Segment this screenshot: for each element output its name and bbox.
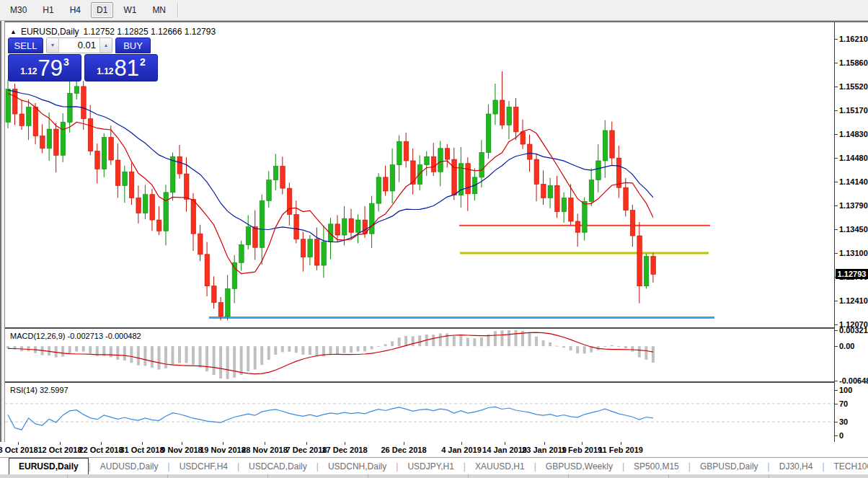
chart-tab-usdjpy[interactable]: USDJPY,H1 (398, 458, 463, 474)
macd-bar (583, 346, 586, 353)
candle (630, 211, 635, 236)
chart-tab-tech100[interactable]: TECH100,H1 (825, 458, 868, 474)
candle (88, 119, 92, 151)
chart-tab-gbpusd[interactable]: GBPUSD,Daily (691, 458, 768, 474)
macd-bar (638, 346, 641, 357)
sell-price-main: 79 (38, 58, 63, 79)
volume-input[interactable]: 0.01 (59, 38, 99, 53)
candle (528, 144, 533, 159)
date-tick (582, 442, 583, 445)
buy-button[interactable]: BUY (115, 37, 151, 53)
strip-mark (468, 474, 469, 478)
price-axis[interactable]: 1.162101.158601.155201.151701.148301.144… (834, 22, 868, 442)
macd-axis-tick (835, 381, 838, 381)
macd-bar (514, 330, 517, 346)
candle (246, 227, 251, 245)
price-tick-label: 1.13790 (839, 201, 868, 210)
candle (376, 177, 381, 203)
chart-tab-usdcad[interactable]: USDCAD,Daily (239, 458, 316, 474)
macd-bar (27, 346, 30, 351)
sell-price-box[interactable]: 1.12 79 3 (8, 54, 81, 81)
date-tick (101, 442, 102, 445)
chart-tab-audusd[interactable]: AUDUSD,Daily (91, 458, 168, 474)
candle (267, 180, 272, 201)
candle (294, 214, 299, 239)
candle (445, 149, 450, 159)
candle (616, 158, 621, 187)
sell-button[interactable]: SELL (8, 37, 43, 53)
timeframe-button-h1[interactable]: H1 (37, 2, 59, 18)
date-tick-label: 11 Feb 2019 (598, 446, 643, 454)
macd-bar (624, 346, 627, 348)
macd-bar (611, 345, 614, 346)
macd-axis-tick (835, 330, 838, 331)
price-tick-label: 1.14830 (839, 130, 868, 138)
chart-tab-xauusd[interactable]: XAUUSD,H1 (466, 458, 534, 474)
chart-tab-sp500[interactable]: SP500,M15 (624, 458, 688, 474)
chart-tab-gbpusd[interactable]: GBPUSD,Weekly (536, 458, 622, 474)
chart-tab-eurusd[interactable]: EURUSD,Daily (9, 458, 89, 474)
chart-tab-bar: EURUSD,Daily|AUDUSD,Daily|USDCHF,H4|USDC… (0, 457, 868, 474)
macd-bar (549, 342, 552, 346)
candle (356, 220, 361, 232)
timeframe-button-h4[interactable]: H4 (64, 2, 87, 18)
candle (273, 167, 278, 180)
candle (226, 289, 231, 317)
candle (40, 136, 45, 149)
rsi-axis-label: 100 (839, 386, 852, 394)
candle (603, 130, 608, 161)
candle (74, 87, 79, 94)
window-resize-strip (0, 474, 868, 478)
candle (397, 141, 402, 164)
price-tick-label: 1.16210 (839, 35, 868, 43)
macd-bar (528, 333, 531, 346)
candle (644, 257, 649, 286)
timeframe-button-m30[interactable]: M30 (4, 2, 32, 18)
candle (308, 239, 313, 257)
date-tick-label: 22 Oct 2018 (79, 446, 123, 454)
candle (13, 89, 18, 114)
buy-price-box[interactable]: 1.12 81 2 (84, 54, 158, 81)
macd-bar (137, 346, 140, 365)
candle (521, 132, 526, 144)
candle (390, 165, 395, 191)
date-axis[interactable]: 3 Oct 201812 Oct 201822 Oct 201831 Oct 2… (0, 442, 868, 457)
rsi-pane[interactable] (5, 383, 834, 442)
rsi-axis-label: 70 (839, 399, 848, 408)
candle (212, 286, 217, 303)
macd-bar (336, 346, 339, 355)
candle (185, 174, 190, 199)
date-tick-label: 1 Feb 2019 (562, 446, 602, 454)
collapse-icon[interactable]: ▲ (10, 28, 17, 35)
chart-tab-usdcnh[interactable]: USDCNH,Daily (319, 458, 396, 474)
candle (486, 114, 491, 152)
chart-tab-dj30[interactable]: DJ30,H4 (770, 458, 823, 474)
timeframe-button-mn[interactable]: MN (146, 2, 172, 18)
candle (47, 129, 52, 149)
candle (513, 107, 518, 132)
price-tick (835, 87, 838, 87)
rsi-axis-tick (835, 435, 838, 436)
date-tick (404, 442, 404, 445)
macd-bar (213, 346, 216, 375)
price-tick (835, 229, 838, 230)
candle (425, 156, 430, 164)
candle (301, 239, 306, 257)
candle (534, 159, 539, 184)
candle (384, 177, 389, 191)
price-tick-label: 1.14480 (839, 154, 868, 162)
macd-bar (281, 346, 284, 352)
rsi-axis-label: 30 (839, 417, 848, 426)
chart-tab-usdchf[interactable]: USDCHF,H4 (170, 458, 237, 474)
volume-down-button[interactable]: ▼ (47, 38, 59, 53)
macd-bar (151, 346, 154, 368)
macd-bar (439, 334, 442, 347)
timeframe-button-d1[interactable]: D1 (91, 2, 113, 18)
candle (61, 123, 66, 156)
macd-bar (631, 346, 634, 351)
strip-mark (668, 474, 669, 478)
timeframe-button-w1[interactable]: W1 (118, 2, 142, 18)
candle (198, 234, 203, 255)
macd-bar (432, 335, 435, 346)
volume-up-button[interactable]: ▲ (99, 38, 112, 53)
